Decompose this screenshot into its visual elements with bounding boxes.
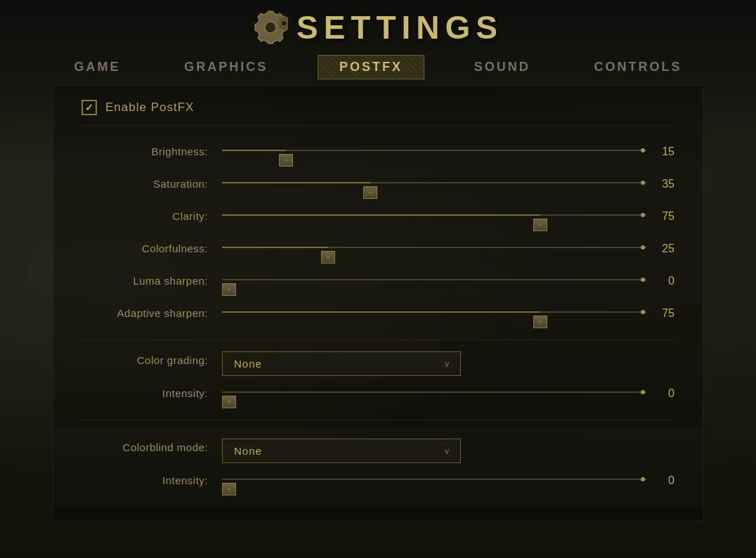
- gear-icon: [253, 10, 288, 45]
- colorblind-intensity-slider-container: ^: [222, 472, 646, 495]
- brightness-row: Brightness: ^ 15: [82, 138, 674, 171]
- divider-2: [82, 420, 674, 420]
- clarity-fill: [222, 214, 540, 216]
- tab-graphics[interactable]: GRAPHICS: [170, 56, 282, 79]
- colorfulness-fill: [222, 247, 328, 248]
- chevron-down-icon: v: [445, 359, 449, 369]
- colorfulness-label: Colorfulness:: [82, 240, 222, 254]
- brightness-dot: [641, 148, 645, 153]
- color-grading-dropdown-container: None v: [222, 351, 461, 376]
- adaptive-sharpen-value: 75: [646, 304, 674, 320]
- brightness-fill: [222, 150, 286, 151]
- color-intensity-value: 0: [646, 384, 674, 400]
- title-area: SETTINGS: [0, 0, 756, 46]
- colorfulness-row: Colorfulness: ^ 25: [82, 235, 674, 268]
- content-area: Enable PostFX Brightness: ^ 15 Saturatio…: [53, 85, 703, 521]
- colorfulness-thumb[interactable]: ^: [321, 251, 335, 264]
- color-intensity-thumb-area: ^: [222, 396, 646, 408]
- svg-point-0: [265, 22, 276, 33]
- luma-sharpen-label: Luma sharpen:: [82, 272, 222, 287]
- colorblind-intensity-value: 0: [646, 472, 674, 487]
- colorfulness-thumb-area: ^: [222, 251, 646, 264]
- color-grading-label: Color grading:: [82, 351, 222, 366]
- enable-postfx-row: Enable PostFX: [82, 100, 674, 126]
- colorblind-intensity-track[interactable]: [222, 479, 646, 480]
- clarity-dot: [641, 213, 645, 217]
- luma-sharpen-track[interactable]: [222, 279, 646, 280]
- luma-sharpen-row: Luma sharpen: ^ 0: [82, 268, 674, 300]
- clarity-track[interactable]: [222, 214, 646, 216]
- clarity-label: Clarity:: [82, 207, 222, 222]
- color-intensity-label: Intensity:: [82, 384, 222, 399]
- brightness-slider-container: ^: [222, 143, 646, 167]
- clarity-slider-container: ^: [222, 207, 646, 231]
- saturation-label: Saturation:: [82, 175, 222, 190]
- colorblind-intensity-label: Intensity:: [82, 472, 222, 486]
- tab-game[interactable]: GAME: [60, 56, 134, 79]
- adaptive-sharpen-thumb[interactable]: ^: [533, 316, 547, 328]
- adaptive-sharpen-dot: [641, 310, 645, 314]
- saturation-dot: [641, 181, 645, 185]
- saturation-row: Saturation: ^ 35: [82, 171, 674, 203]
- color-grading-dropdown[interactable]: None v: [222, 351, 461, 376]
- brightness-label: Brightness:: [82, 143, 222, 157]
- color-intensity-row: Intensity: ^ 0: [82, 380, 674, 413]
- colorblind-mode-dropdown-container: None v: [222, 439, 461, 463]
- adaptive-sharpen-label: Adaptive sharpen:: [82, 304, 222, 319]
- tab-sound[interactable]: SOUND: [460, 56, 545, 79]
- colorfulness-slider-container: ^: [222, 240, 646, 264]
- clarity-value: 75: [646, 207, 674, 223]
- colorblind-mode-row: Colorblind mode: None v: [82, 434, 674, 467]
- nav-tabs: GAME GRAPHICS POSTFX SOUND CONTROLS: [0, 49, 756, 85]
- brightness-thumb-area: ^: [222, 154, 646, 167]
- luma-sharpen-dot: [641, 278, 645, 282]
- tab-controls[interactable]: CONTROLS: [580, 56, 696, 79]
- saturation-fill: [222, 182, 370, 183]
- clarity-row: Clarity: ^ 75: [82, 203, 674, 235]
- divider-1: [82, 339, 674, 340]
- luma-sharpen-slider-container: ^: [222, 272, 646, 296]
- adaptive-sharpen-fill: [222, 311, 540, 313]
- adaptive-sharpen-thumb-area: ^: [222, 316, 646, 328]
- color-intensity-thumb[interactable]: ^: [222, 396, 236, 408]
- color-grading-row: Color grading: None v: [82, 347, 674, 380]
- colorblind-intensity-dot: [641, 477, 645, 481]
- saturation-thumb[interactable]: ^: [363, 186, 377, 199]
- saturation-slider-container: ^: [222, 175, 646, 199]
- colorblind-intensity-row: Intensity: ^ 0: [82, 467, 674, 500]
- saturation-track[interactable]: [222, 182, 646, 183]
- color-grading-value: None: [234, 358, 262, 370]
- enable-postfx-label: Enable PostFX: [105, 100, 194, 115]
- colorfulness-value: 25: [646, 240, 674, 255]
- adaptive-sharpen-track[interactable]: [222, 311, 646, 313]
- colorfulness-dot: [641, 245, 645, 249]
- colorblind-section: Colorblind mode: None v Intensity: ^ 0: [53, 427, 703, 507]
- color-intensity-slider-container: ^: [222, 384, 646, 408]
- colorblind-mode-dropdown[interactable]: None v: [222, 439, 461, 463]
- brightness-track[interactable]: [222, 150, 646, 151]
- saturation-thumb-area: ^: [222, 186, 646, 199]
- chevron-down-icon-2: v: [445, 446, 449, 456]
- svg-point-1: [282, 21, 287, 26]
- luma-sharpen-thumb-area: ^: [222, 283, 646, 296]
- saturation-value: 35: [646, 175, 674, 190]
- colorblind-intensity-thumb[interactable]: ^: [222, 483, 236, 495]
- colorblind-mode-value: None: [234, 445, 262, 457]
- color-intensity-track[interactable]: [222, 391, 646, 393]
- colorfulness-track[interactable]: [222, 247, 646, 248]
- brightness-thumb[interactable]: ^: [279, 154, 293, 167]
- clarity-thumb-area: ^: [222, 219, 646, 231]
- brightness-value: 15: [646, 143, 674, 158]
- clarity-thumb[interactable]: ^: [533, 219, 547, 231]
- luma-sharpen-thumb[interactable]: ^: [222, 283, 236, 296]
- tab-postfx[interactable]: POSTFX: [318, 55, 424, 79]
- colorblind-mode-label: Colorblind mode:: [82, 439, 222, 453]
- sliders-section: Brightness: ^ 15 Saturation:: [82, 138, 674, 332]
- adaptive-sharpen-row: Adaptive sharpen: ^ 75: [82, 300, 674, 332]
- colorblind-intensity-thumb-area: ^: [222, 483, 646, 495]
- adaptive-sharpen-slider-container: ^: [222, 304, 646, 328]
- enable-postfx-checkbox[interactable]: [82, 100, 97, 115]
- page-title: SETTINGS: [296, 8, 503, 46]
- luma-sharpen-value: 0: [646, 272, 674, 287]
- color-intensity-dot: [641, 390, 645, 394]
